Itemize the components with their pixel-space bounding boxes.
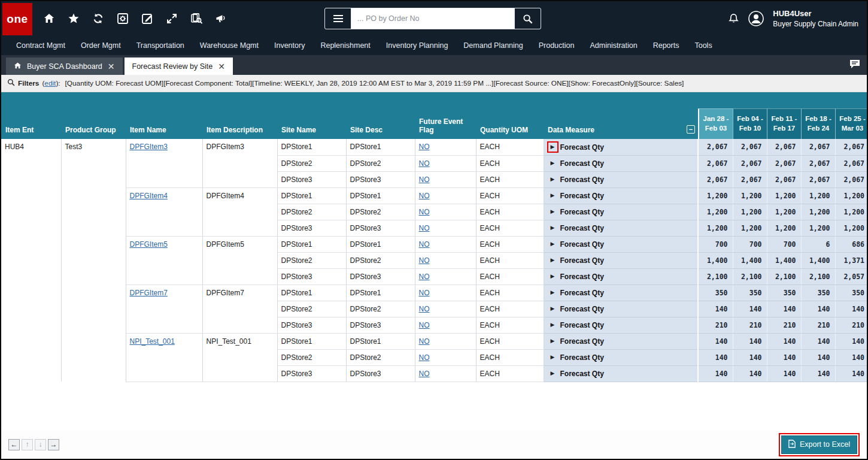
expander-wrap: ▶ (547, 238, 559, 250)
future-event-flag-link[interactable]: NO (419, 353, 430, 362)
future-event-flag-link[interactable]: NO (419, 370, 430, 378)
future-event-flag-link[interactable]: NO (419, 256, 430, 265)
menu-item-warehouse-mgmt[interactable]: Warehouse Mgmt (192, 41, 266, 50)
expander-wrap: ▶ (547, 303, 559, 314)
filters-edit-link[interactable]: edit (44, 79, 56, 87)
search-menu-button[interactable] (325, 8, 351, 29)
compose-box-icon[interactable] (141, 13, 153, 25)
forecast-value-cell: 140 (835, 301, 868, 317)
future-event-flag-link[interactable]: NO (419, 208, 430, 216)
expand-measure-icon[interactable]: ▶ (551, 144, 555, 150)
menu-item-demand-planning[interactable]: Demand Planning (456, 41, 530, 50)
expand-measure-icon[interactable]: ▶ (551, 274, 555, 279)
date-column-header-feb-25-mar-03[interactable]: Feb 25 -Mar 03 (835, 92, 868, 139)
forecast-value-cell: 2,100 (767, 268, 801, 285)
pager-up-button[interactable]: ↑ (22, 439, 33, 450)
future-event-flag-link[interactable]: NO (419, 321, 430, 329)
forecast-value-cell: 140 (698, 301, 733, 317)
tab-close-icon[interactable]: ✕ (218, 62, 225, 71)
refresh-icon[interactable] (92, 13, 104, 25)
expand-measure-icon[interactable]: ▶ (551, 290, 555, 295)
expand-measure-icon[interactable]: ▶ (551, 306, 555, 311)
item-name-link[interactable]: DPFGItem7 (130, 289, 168, 297)
tab-buyer-sca-dashboard[interactable]: Buyer SCA Dashboard ✕ (6, 58, 123, 75)
site-name-cell: DPStore2 (277, 204, 346, 220)
expand-measure-icon[interactable]: ▶ (551, 355, 555, 360)
forecast-value-cell: 140 (801, 301, 835, 317)
quantity-uom-cell: EACH (476, 301, 544, 317)
one-logo[interactable]: one (2, 3, 32, 35)
expand-arrows-icon[interactable] (166, 13, 178, 25)
future-event-flag-link[interactable]: NO (419, 305, 430, 313)
expand-measure-icon[interactable]: ▶ (551, 225, 555, 231)
future-event-flag-link[interactable]: NO (419, 175, 430, 184)
menu-item-transportation[interactable]: Transportation (129, 41, 192, 50)
item-name-link[interactable]: DPFGItem4 (130, 192, 168, 200)
user-avatar-icon[interactable] (748, 11, 764, 26)
future-event-flag-link[interactable]: NO (419, 159, 430, 168)
menu-item-administration[interactable]: Administration (582, 41, 645, 50)
forecast-value-cell: 140 (698, 365, 733, 382)
forecast-value-cell: 2,067 (801, 171, 835, 187)
search-button[interactable] (514, 8, 541, 29)
menu-item-replenishment[interactable]: Replenishment (312, 41, 378, 50)
tab-forecast-review-by-site[interactable]: Forecast Review by Site ✕ (125, 58, 233, 75)
chat-icon[interactable] (849, 59, 861, 72)
date-column-header-feb-11-feb-17[interactable]: Feb 11 -Feb 17 (767, 92, 801, 139)
content-spacer (1, 382, 867, 431)
menu-item-contract-mgmt[interactable]: Contract Mgmt (8, 41, 73, 50)
megaphone-icon[interactable] (216, 13, 228, 25)
expand-measure-icon[interactable]: ▶ (551, 177, 555, 182)
forecast-value-cell: 686 (835, 236, 868, 252)
global-search-input[interactable] (351, 8, 514, 29)
site-desc-cell: DPStore2 (346, 155, 415, 171)
notifications-bell-icon[interactable] (728, 13, 739, 25)
item-name-link[interactable]: DPFGItem3 (130, 143, 168, 151)
future-event-flag-link[interactable]: NO (419, 240, 430, 249)
forecast-value-cell: 1,200 (801, 187, 835, 204)
star-favorites-icon[interactable] (68, 13, 80, 25)
forecast-value-cell: 140 (835, 333, 868, 349)
document-search-icon[interactable] (190, 13, 203, 25)
menu-item-reports[interactable]: Reports (645, 41, 687, 50)
expand-measure-icon[interactable]: ▶ (551, 258, 555, 263)
pager-left-button[interactable]: ← (8, 439, 20, 450)
forecast-value-cell: 1,200 (767, 187, 801, 204)
expand-measure-icon[interactable]: ▶ (551, 322, 555, 328)
collapse-columns-icon[interactable]: − (687, 125, 695, 134)
expand-measure-icon[interactable]: ▶ (551, 193, 555, 198)
future-event-flag-link[interactable]: NO (419, 143, 430, 151)
future-event-flag-link[interactable]: NO (419, 273, 430, 281)
menu-item-inventory[interactable]: Inventory (266, 41, 312, 50)
menu-item-tools[interactable]: Tools (687, 41, 720, 50)
item-name-link[interactable]: NPI_Test_001 (130, 337, 175, 346)
expand-measure-icon[interactable]: ▶ (551, 161, 555, 166)
date-column-header-feb-04-feb-10[interactable]: Feb 04 -Feb 10 (733, 92, 767, 139)
date-column-header-feb-18-feb-24[interactable]: Feb 18 -Feb 24 (801, 92, 835, 139)
future-event-flag-link[interactable]: NO (419, 337, 430, 346)
menu-item-production[interactable]: Production (531, 41, 582, 50)
forecast-value-cell: 2,100 (698, 268, 733, 285)
home-icon[interactable] (43, 13, 55, 25)
item-name-cell: DPFGItem7 (126, 285, 202, 333)
expand-measure-icon[interactable]: ▶ (551, 371, 555, 376)
item-description-cell: DPFGItem3 (202, 139, 277, 187)
future-event-flag-link[interactable]: NO (419, 224, 430, 232)
expand-measure-icon[interactable]: ▶ (551, 241, 555, 247)
future-event-flag-link[interactable]: NO (419, 289, 430, 297)
pager-down-button[interactable]: ↓ (35, 439, 46, 450)
menu-item-inventory-planning[interactable]: Inventory Planning (378, 41, 456, 50)
pager-right-button[interactable]: → (48, 439, 59, 450)
item-name-link[interactable]: DPFGItem5 (130, 240, 168, 249)
future-event-flag-link[interactable]: NO (419, 192, 430, 200)
expand-measure-icon[interactable]: ▶ (551, 338, 555, 344)
tab-close-icon[interactable]: ✕ (108, 62, 115, 71)
quantity-uom-cell: EACH (476, 187, 544, 204)
expand-measure-icon[interactable]: ▶ (551, 209, 555, 214)
settings-box-icon[interactable] (117, 13, 129, 25)
export-to-excel-button[interactable]: Export to Excel (781, 435, 857, 454)
date-column-header-jan-28-feb-03[interactable]: Jan 28 -Feb 03 (698, 92, 733, 139)
forecast-value-cell: 140 (767, 301, 801, 317)
menu-item-order-mgmt[interactable]: Order Mgmt (73, 41, 129, 50)
user-name: HUB4User (773, 8, 858, 19)
